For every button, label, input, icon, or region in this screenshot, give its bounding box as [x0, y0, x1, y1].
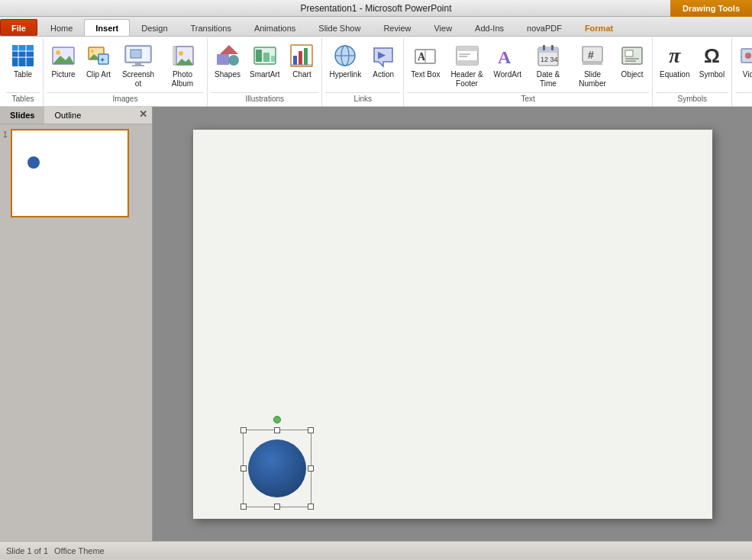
svg-rect-32: [293, 56, 297, 65]
textbox-button[interactable]: A Text Box: [407, 40, 444, 82]
slide-info: Slide 1 of 1: [6, 546, 48, 555]
tab-novapdf[interactable]: novaPDF: [515, 19, 573, 36]
tab-home[interactable]: Home: [39, 19, 84, 36]
slide-number: 1: [3, 129, 8, 217]
hyperlink-label: Hyperlink: [329, 70, 361, 79]
group-images: Picture ✦ Clip Art: [44, 38, 208, 106]
shape-container[interactable]: [239, 416, 315, 511]
ribbon: Table Tables Picture: [0, 37, 752, 107]
video-label: Video: [743, 70, 752, 79]
handle-ml[interactable]: [240, 465, 247, 471]
svg-text:✦: ✦: [99, 56, 105, 64]
svg-marker-25: [220, 45, 238, 54]
svg-text:12 34: 12 34: [541, 56, 558, 63]
drawing-tools-tab: Drawing Tools: [670, 0, 752, 17]
svg-rect-29: [263, 53, 269, 62]
svg-rect-52: [543, 45, 545, 50]
wordart-icon: A: [495, 42, 520, 69]
tab-slideshow[interactable]: Slide Show: [307, 19, 372, 36]
svg-text:#: #: [588, 49, 594, 61]
svg-rect-28: [256, 50, 262, 62]
tab-transitions[interactable]: Transitions: [179, 19, 243, 36]
svg-point-26: [228, 55, 239, 66]
svg-rect-30: [271, 56, 275, 62]
photoalbum-button[interactable]: Photo Album: [161, 40, 204, 91]
video-icon: [740, 42, 752, 69]
screenshot-label: Screenshot: [121, 70, 156, 89]
chart-button[interactable]: Chart: [285, 40, 318, 82]
video-button[interactable]: Video: [735, 40, 752, 82]
svg-rect-53: [551, 45, 554, 50]
rotate-handle[interactable]: [273, 416, 281, 423]
object-label: Object: [621, 70, 644, 79]
equation-button[interactable]: π Equation: [656, 40, 693, 82]
shapes-button[interactable]: Shapes: [211, 40, 244, 82]
photoalbum-label: Photo Album: [165, 70, 200, 89]
close-panel-button[interactable]: ✕: [134, 107, 152, 124]
tab-file[interactable]: File: [0, 19, 37, 36]
handle-tm[interactable]: [274, 427, 280, 433]
picture-button[interactable]: Picture: [47, 40, 80, 82]
tab-design[interactable]: Design: [130, 19, 179, 36]
equation-label: Equation: [660, 70, 689, 79]
svg-point-64: [745, 53, 751, 59]
status-bar: Slide 1 of 1 Office Theme: [0, 541, 752, 559]
symbol-icon: Ω: [704, 42, 720, 69]
clipart-button[interactable]: ✦ Clip Art: [82, 40, 115, 82]
slide-thumbnail[interactable]: [11, 129, 129, 217]
symbol-label: Symbol: [699, 70, 725, 79]
headerfooter-label: Header & Footer: [450, 70, 485, 89]
tab-addins[interactable]: Add-Ins: [463, 19, 515, 36]
wordart-button[interactable]: A WordArt: [490, 40, 526, 82]
object-button[interactable]: Object: [615, 40, 649, 82]
handle-bm[interactable]: [274, 504, 280, 510]
textbox-label: Text Box: [411, 70, 440, 79]
datetime-button[interactable]: 12 34 Date & Time: [527, 40, 570, 91]
svg-rect-24: [217, 54, 229, 65]
tab-review[interactable]: Review: [372, 19, 422, 36]
handle-bl[interactable]: [240, 504, 247, 510]
circle-shape[interactable]: [248, 439, 306, 497]
slide-canvas[interactable]: [193, 130, 712, 519]
wordart-label: WordArt: [494, 70, 522, 79]
group-links: Hyperlink ▶ Action Links: [322, 38, 404, 106]
table-button[interactable]: Table: [6, 40, 40, 82]
screenshot-button[interactable]: Screenshot: [117, 40, 160, 91]
slidenumber-button[interactable]: # Slide Number: [571, 40, 614, 91]
smartart-button[interactable]: SmartArt: [246, 40, 283, 82]
app-title: Presentation1 - Microsoft PowerPoint: [300, 3, 451, 14]
main-area: Slides Outline ✕ 1: [0, 107, 752, 541]
screenshot-icon: [124, 42, 152, 69]
headerfooter-button[interactable]: Header & Footer: [446, 40, 489, 91]
svg-point-22: [179, 51, 183, 56]
svg-rect-51: [538, 47, 558, 53]
object-icon: [620, 42, 644, 69]
handle-br[interactable]: [308, 504, 314, 510]
canvas-area[interactable]: [153, 107, 752, 541]
outline-tab[interactable]: Outline: [44, 107, 91, 124]
hyperlink-button[interactable]: Hyperlink: [325, 40, 365, 82]
group-text: A Text Box Header & Footer: [404, 38, 653, 106]
slides-tabs: Slides Outline ✕: [0, 107, 152, 124]
slidenumber-icon: #: [580, 42, 605, 69]
group-tables: Table Tables: [3, 38, 44, 106]
table-icon: [11, 42, 35, 69]
text-group-label: Text: [407, 92, 649, 105]
action-button[interactable]: ▶ Action: [366, 40, 400, 82]
group-media: Video Audio Media: [732, 38, 752, 106]
svg-rect-33: [299, 51, 302, 65]
handle-mr[interactable]: [308, 465, 314, 471]
tab-view[interactable]: View: [422, 19, 463, 36]
tab-insert[interactable]: Insert: [84, 19, 130, 36]
handle-tl[interactable]: [240, 427, 247, 433]
svg-text:A: A: [498, 47, 512, 67]
table-label: Table: [14, 70, 32, 79]
svg-point-10: [91, 50, 94, 53]
symbol-button[interactable]: Ω Symbol: [695, 40, 728, 82]
tab-format[interactable]: Format: [573, 19, 625, 36]
ribbon-tab-bar: File Home Insert Design Transitions Anim…: [0, 17, 752, 37]
slides-tab[interactable]: Slides: [0, 107, 44, 124]
handle-tr[interactable]: [308, 427, 314, 433]
tab-animations[interactable]: Animations: [243, 19, 307, 36]
svg-rect-61: [625, 60, 636, 62]
